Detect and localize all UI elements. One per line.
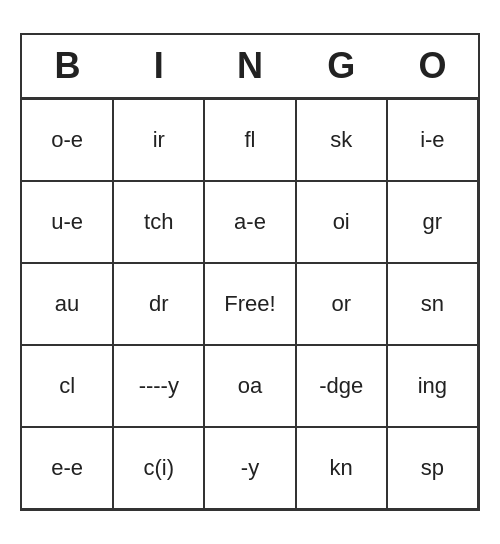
cell-r5c4: kn — [296, 427, 387, 509]
cell-r5c1: e-e — [22, 427, 113, 509]
cell-r2c3: a-e — [204, 181, 295, 263]
cell-r4c2: ----y — [113, 345, 204, 427]
cell-r5c3: -y — [204, 427, 295, 509]
header-n: N — [204, 35, 295, 97]
bingo-grid: o-e ir fl sk i-e u-e tch a-e oi gr au dr… — [22, 99, 478, 509]
cell-r2c4: oi — [296, 181, 387, 263]
cell-r4c5: ing — [387, 345, 478, 427]
cell-r5c5: sp — [387, 427, 478, 509]
cell-r4c1: cl — [22, 345, 113, 427]
cell-r4c3: oa — [204, 345, 295, 427]
cell-r3c5: sn — [387, 263, 478, 345]
cell-r1c5: i-e — [387, 99, 478, 181]
cell-r1c3: fl — [204, 99, 295, 181]
cell-r1c2: ir — [113, 99, 204, 181]
cell-r2c5: gr — [387, 181, 478, 263]
cell-r3c2: dr — [113, 263, 204, 345]
cell-r2c1: u-e — [22, 181, 113, 263]
cell-r1c1: o-e — [22, 99, 113, 181]
bingo-card: B I N G O o-e ir fl sk i-e u-e tch a-e o… — [20, 33, 480, 511]
header-i: I — [113, 35, 204, 97]
cell-r1c4: sk — [296, 99, 387, 181]
bingo-header: B I N G O — [22, 35, 478, 99]
cell-r4c4: -dge — [296, 345, 387, 427]
cell-r3c1: au — [22, 263, 113, 345]
cell-r5c2: c(i) — [113, 427, 204, 509]
header-b: B — [22, 35, 113, 97]
cell-r3c4: or — [296, 263, 387, 345]
header-g: G — [296, 35, 387, 97]
cell-r2c2: tch — [113, 181, 204, 263]
cell-r3c3-free: Free! — [204, 263, 295, 345]
header-o: O — [387, 35, 478, 97]
